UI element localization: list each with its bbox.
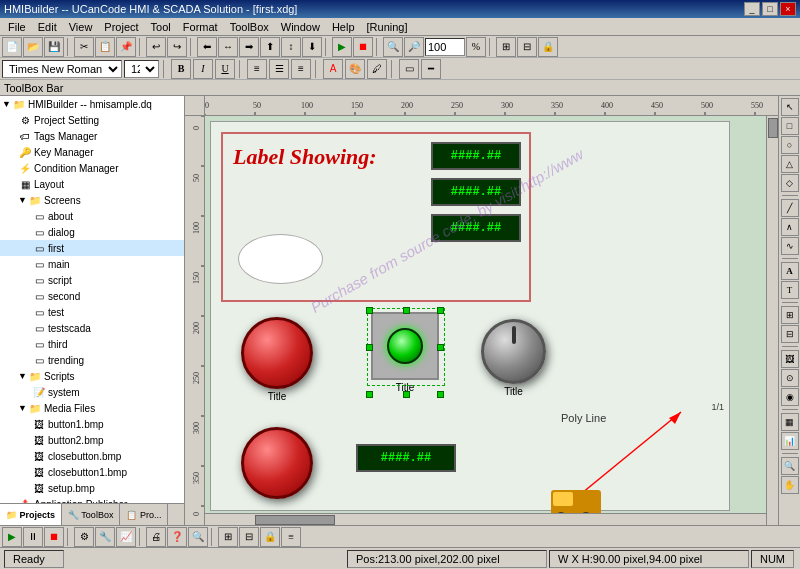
- rt-ungroup[interactable]: ⊟: [781, 325, 799, 343]
- stop-button[interactable]: ⏹: [353, 37, 373, 57]
- tree-root[interactable]: ▼ 📁 HMIBuilder -- hmisample.dq: [0, 96, 184, 112]
- tree-first[interactable]: ▭ first: [0, 240, 184, 256]
- tab-pro[interactable]: 📋 Pro...: [120, 504, 168, 525]
- tree-test[interactable]: ▭ test: [0, 304, 184, 320]
- font-name-select[interactable]: Times New Roman: [2, 60, 122, 78]
- media-expander[interactable]: ▼: [18, 403, 28, 413]
- run-button[interactable]: ▶: [332, 37, 352, 57]
- new-button[interactable]: 📄: [2, 37, 22, 57]
- menu-file[interactable]: File: [2, 20, 32, 34]
- screens-expander[interactable]: ▼: [18, 195, 28, 205]
- tree-third[interactable]: ▭ third: [0, 336, 184, 352]
- tree-scripts[interactable]: ▼ 📁 Scripts: [0, 368, 184, 384]
- scroll-right[interactable]: [766, 116, 778, 525]
- bt-pause[interactable]: ⏸: [23, 527, 43, 547]
- align-middle[interactable]: ↕: [281, 37, 301, 57]
- tree-condition-manager[interactable]: ⚡ Condition Manager: [0, 160, 184, 176]
- tree-trending[interactable]: ▭ trending: [0, 352, 184, 368]
- tree-app-publisher[interactable]: 📤 Application Publisher: [0, 496, 184, 503]
- maximize-button[interactable]: □: [762, 2, 778, 16]
- tree-setup[interactable]: 🖼 setup.bmp: [0, 480, 184, 496]
- tree-layout[interactable]: ▦ Layout: [0, 176, 184, 192]
- zoom-in[interactable]: 🔍: [383, 37, 403, 57]
- tree-system[interactable]: 📝 system: [0, 384, 184, 400]
- tab-toolbox[interactable]: 🔧 ToolBox: [62, 504, 120, 525]
- rt-pan[interactable]: ✋: [781, 476, 799, 494]
- bt-run[interactable]: ▶: [2, 527, 22, 547]
- menu-edit[interactable]: Edit: [32, 20, 63, 34]
- rt-line[interactable]: ╱: [781, 199, 799, 217]
- scroll-bottom[interactable]: [205, 513, 766, 525]
- tree-testscada[interactable]: ▭ testscada: [0, 320, 184, 336]
- scripts-expander[interactable]: ▼: [18, 371, 28, 381]
- align-top[interactable]: ⬆: [260, 37, 280, 57]
- tree-closebutton1[interactable]: 🖼 closebutton1.bmp: [0, 464, 184, 480]
- tree-dialog[interactable]: ▭ dialog: [0, 224, 184, 240]
- align-right[interactable]: ➡: [239, 37, 259, 57]
- menu-help[interactable]: Help: [326, 20, 361, 34]
- line-color[interactable]: 🖊: [367, 59, 387, 79]
- rt-polyline[interactable]: ∧: [781, 218, 799, 236]
- bt-settings[interactable]: ⚙: [74, 527, 94, 547]
- sel-handle-mr[interactable]: [437, 344, 444, 351]
- tree-button2[interactable]: 🖼 button2.bmp: [0, 432, 184, 448]
- zoom-input[interactable]: [425, 38, 465, 56]
- rt-textbox[interactable]: T: [781, 281, 799, 299]
- rt-text[interactable]: A: [781, 262, 799, 280]
- rt-button[interactable]: ⊙: [781, 369, 799, 387]
- bt-lock-toggle[interactable]: 🔒: [260, 527, 280, 547]
- align-center[interactable]: ↔: [218, 37, 238, 57]
- sel-handle-br[interactable]: [437, 391, 444, 398]
- bt-help[interactable]: ❓: [167, 527, 187, 547]
- rt-rect[interactable]: □: [781, 117, 799, 135]
- open-button[interactable]: 📂: [23, 37, 43, 57]
- sel-handle-bc[interactable]: [403, 391, 410, 398]
- sel-handle-tl[interactable]: [366, 307, 373, 314]
- red-button-2[interactable]: [241, 427, 313, 499]
- scroll-thumb-right[interactable]: [768, 118, 778, 138]
- bt-grid-toggle[interactable]: ⊞: [218, 527, 238, 547]
- scroll-thumb-bottom[interactable]: [255, 515, 335, 525]
- redo-button[interactable]: ↪: [167, 37, 187, 57]
- tree-script[interactable]: ▭ script: [0, 272, 184, 288]
- rt-zoom[interactable]: 🔍: [781, 457, 799, 475]
- tree-project-setting[interactable]: ⚙ Project Setting: [0, 112, 184, 128]
- tree-closebutton[interactable]: 🖼 closebutton.bmp: [0, 448, 184, 464]
- tree-key-manager[interactable]: 🔑 Key Manager: [0, 144, 184, 160]
- rt-ellipse[interactable]: ○: [781, 136, 799, 154]
- border-style[interactable]: ▭: [399, 59, 419, 79]
- sel-handle-tr[interactable]: [437, 307, 444, 314]
- undo-button[interactable]: ↩: [146, 37, 166, 57]
- tree-button1[interactable]: 🖼 button1.bmp: [0, 416, 184, 432]
- cut-button[interactable]: ✂: [74, 37, 94, 57]
- bt-align[interactable]: ≡: [281, 527, 301, 547]
- rt-triangle[interactable]: △: [781, 155, 799, 173]
- tree-about[interactable]: ▭ about: [0, 208, 184, 224]
- save-button[interactable]: 💾: [44, 37, 64, 57]
- minimize-button[interactable]: _: [744, 2, 760, 16]
- tree-media-files[interactable]: ▼ 📁 Media Files: [0, 400, 184, 416]
- bt-build[interactable]: 🔧: [95, 527, 115, 547]
- bt-stop[interactable]: ⏹: [44, 527, 64, 547]
- zoom-out[interactable]: 🔎: [404, 37, 424, 57]
- rt-diamond[interactable]: ◇: [781, 174, 799, 192]
- copy-button[interactable]: 📋: [95, 37, 115, 57]
- tree-tags-manager[interactable]: 🏷 Tags Manager: [0, 128, 184, 144]
- paste-button[interactable]: 📌: [116, 37, 136, 57]
- bt-zoom-fit[interactable]: 🔍: [188, 527, 208, 547]
- sel-handle-tc[interactable]: [403, 307, 410, 314]
- tree-main[interactable]: ▭ main: [0, 256, 184, 272]
- align-bottom[interactable]: ⬇: [302, 37, 322, 57]
- menu-view[interactable]: View: [63, 20, 99, 34]
- underline-button[interactable]: U: [215, 59, 235, 79]
- rt-chart[interactable]: 📊: [781, 432, 799, 450]
- rt-bezier[interactable]: ∿: [781, 237, 799, 255]
- knob[interactable]: [481, 319, 546, 384]
- menu-format[interactable]: Format: [177, 20, 224, 34]
- tab-projects[interactable]: 📁 Projects: [0, 504, 62, 525]
- italic-button[interactable]: I: [193, 59, 213, 79]
- root-expander[interactable]: ▼: [2, 99, 12, 109]
- canvas-surface[interactable]: Label Showing: ####.## ####.## ####.##: [205, 116, 778, 525]
- bold-button[interactable]: B: [171, 59, 191, 79]
- align-left[interactable]: ⬅: [197, 37, 217, 57]
